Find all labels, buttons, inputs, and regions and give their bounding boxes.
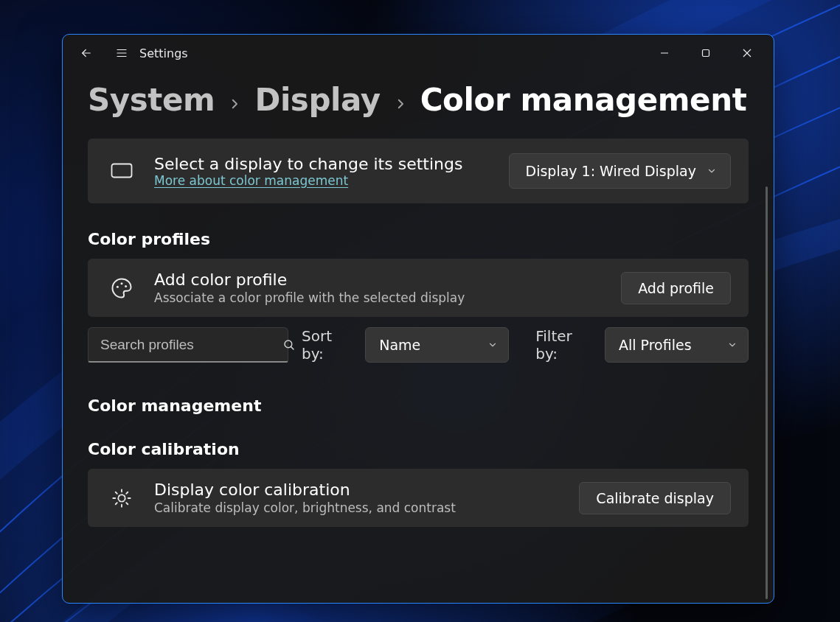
svg-point-9 [117, 285, 119, 287]
sort-by-value: Name [379, 337, 467, 353]
sort-by-dropdown[interactable]: Name [365, 327, 509, 363]
scrollbar[interactable] [766, 186, 768, 599]
profiles-toolbar: Sort by: Name Filter by: All Profiles [88, 327, 749, 363]
svg-line-22 [126, 492, 128, 493]
add-color-profile-card: Add color profile Associate a color prof… [88, 259, 749, 317]
palette-icon [105, 277, 138, 299]
display-calibration-card: Display color calibration Calibrate disp… [88, 469, 749, 527]
display-dropdown-value: Display 1: Wired Display [526, 163, 696, 179]
minimize-button[interactable] [644, 37, 685, 69]
add-profile-heading: Add color profile [154, 270, 605, 289]
chevron-down-icon [487, 340, 498, 350]
chevron-down-icon [707, 166, 717, 176]
breadcrumb-system[interactable]: System [88, 82, 215, 118]
sort-by-label: Sort by: [302, 327, 352, 363]
brightness-icon [105, 488, 138, 509]
svg-rect-8 [112, 164, 132, 178]
search-input[interactable] [100, 337, 275, 353]
chevron-right-icon [228, 97, 241, 111]
section-heading-color-management: Color management [88, 396, 749, 415]
filter-by-label: Filter by: [535, 327, 591, 363]
filter-by-dropdown[interactable]: All Profiles [605, 327, 749, 363]
search-profiles[interactable] [88, 327, 288, 363]
display-selector-card: Select a display to change its settings … [88, 139, 749, 203]
maximize-button[interactable] [685, 37, 726, 69]
chevron-right-icon [394, 97, 407, 111]
calibrate-display-button-label: Calibrate display [596, 490, 714, 506]
search-icon [282, 338, 296, 352]
filter-by-value: All Profiles [619, 337, 707, 353]
calibration-sub: Calibrate display color, brightness, and… [154, 500, 563, 515]
calibration-heading: Display color calibration [154, 481, 563, 499]
add-profile-sub: Associate a color profile with the selec… [154, 290, 605, 305]
display-dropdown[interactable]: Display 1: Wired Display [509, 153, 731, 189]
svg-point-11 [125, 285, 127, 287]
svg-line-13 [291, 346, 294, 349]
close-button[interactable] [726, 37, 768, 69]
display-selector-heading: Select a display to change its settings [154, 155, 493, 173]
display-icon [105, 163, 138, 179]
calibrate-display-button[interactable]: Calibrate display [579, 482, 731, 514]
settings-window: Settings System Display Color management [62, 34, 774, 604]
add-profile-button-label: Add profile [638, 280, 714, 296]
svg-line-20 [126, 503, 128, 504]
section-heading-color-calibration: Color calibration [88, 440, 749, 458]
svg-point-10 [121, 282, 123, 284]
content-area: System Display Color management Select a… [63, 71, 774, 603]
breadcrumb: System Display Color management [88, 82, 749, 118]
back-button[interactable] [69, 38, 104, 68]
svg-rect-5 [703, 50, 709, 57]
chevron-down-icon [727, 340, 737, 350]
svg-point-14 [118, 495, 125, 501]
add-profile-button[interactable]: Add profile [621, 272, 731, 304]
svg-line-19 [116, 492, 117, 493]
hamburger-menu-button[interactable] [104, 38, 139, 68]
breadcrumb-current: Color management [420, 82, 747, 118]
breadcrumb-display[interactable]: Display [254, 82, 380, 118]
learn-more-link[interactable]: More about color management [154, 173, 348, 188]
section-heading-color-profiles: Color profiles [88, 230, 749, 248]
titlebar: Settings [63, 35, 774, 71]
svg-line-21 [116, 503, 117, 504]
window-title: Settings [139, 46, 188, 60]
